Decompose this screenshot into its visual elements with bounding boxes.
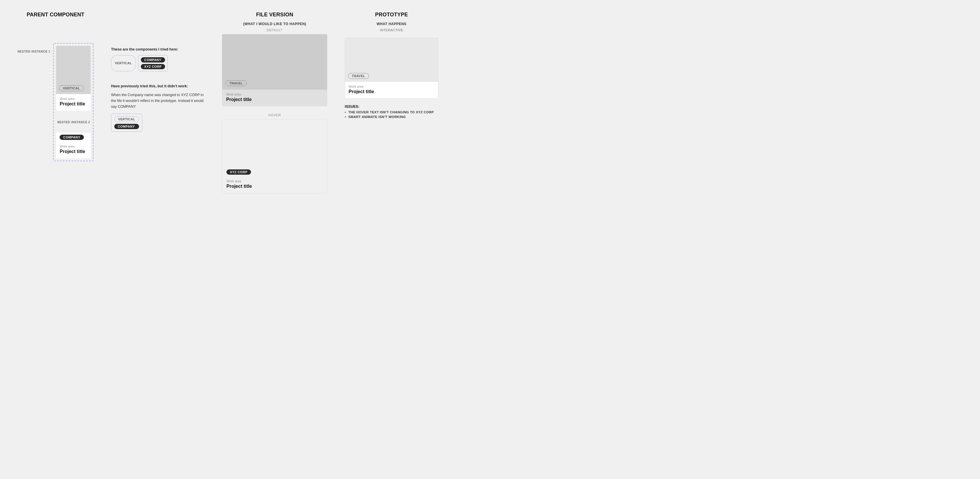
file-default-card-image: TRAVEL [222,34,327,90]
card1-pill: VERTICAL [59,85,84,91]
file-subheader: (WHAT I WOULD LIKE TO HAPPEN) [222,22,327,26]
proto-card-pill: TRAVEL [348,73,369,79]
issues-title: ISSUES: [345,105,438,109]
card2-top-space [56,127,91,133]
tried-header: These are the components I tried here: [111,47,205,52]
parent-component-column: PARENT COMPONENT NESTED INSTANCE 1 VERTI… [9,12,102,200]
file-hover-card-image [222,119,327,166]
file-hover-card-body: XYZ CORP Work area Project title [222,166,327,193]
proto-card-body: Work area Project title [345,82,438,98]
hover-label: HOVER [222,113,327,117]
proto-card-image: TRAVEL [345,38,438,82]
issues-list: THE HOVER TEXT ISN'T CHANGING TO XYZ COR… [345,110,438,119]
file-default-card-body: Work area Project title [222,90,327,106]
card2-pill: COMPANY [60,135,84,140]
file-header: FILE VERSION [222,12,327,18]
file-default-pill: TRAVEL [226,80,247,86]
default-label: DEFAULT [222,29,327,32]
proto-work-area: Work area [348,85,434,88]
issue-2: SMART ANIMATE ISN'T WORKING [345,115,438,119]
card2-work-area: Work area [60,144,87,148]
tried-pill-xyzcorp: XYZ CORP [141,64,165,69]
tried-pills-box: COMPANY XYZ CORP [138,55,168,71]
card2-body: COMPANY Work area Project title [56,133,91,158]
tried-pill-company: COMPANY [141,57,165,62]
parent-header: PARENT COMPONENT [18,12,94,18]
tried-pill-vertical: VERTICAL [111,55,136,71]
nested-instance-1-label: NESTED INSTANCE 1 [18,44,50,53]
dashed-frame-outer: VERTICAL Work area Project title NESTED … [53,43,94,161]
spacer2 [111,75,205,84]
card2-title: Project title [60,149,87,154]
card1-work-area: Work area [60,97,87,100]
card1-image: VERTICAL [56,46,91,94]
card1-title: Project title [60,102,87,106]
card1-body: Work area Project title [56,94,91,111]
file-default-card: TRAVEL Work area Project title [222,34,327,106]
proto-title: Project title [348,89,434,94]
prev-pill-company: COMPANY [114,124,139,129]
file-hover-work-area: Work area [226,179,323,183]
file-default-title: Project title [226,97,323,102]
file-hover-title: Project title [226,184,323,189]
file-hover-pill: XYZ CORP [226,170,251,174]
parent-card-2: COMPANY Work area Project title [56,127,91,158]
prev-pills-box: VERTICAL COMPANY [111,114,142,132]
tried-pills-group: VERTICAL COMPANY XYZ CORP [111,55,205,71]
nested-instance-2-area: NESTED INSTANCE 2 COMPANY Work area Proj… [56,115,91,158]
notes-column: These are the components I tried here: V… [102,12,213,200]
prev-body: When the Company name was changed to XYZ… [111,92,205,109]
proto-header: PROTOTYPE [345,12,438,18]
prev-header: Have previously tried this, but it didn'… [111,84,205,89]
nested-instance-2-label: NESTED INSTANCE 2 [57,121,91,124]
file-version-column: FILE VERSION (WHAT I WOULD LIKE TO HAPPE… [213,12,336,200]
prototype-card: TRAVEL Work area Project title [345,38,438,99]
file-default-work-area: Work area [226,93,323,96]
prev-pill-vertical: VERTICAL [114,116,139,122]
file-hover-card: XYZ CORP Work area Project title [222,119,327,194]
issues-box: ISSUES: THE HOVER TEXT ISN'T CHANGING TO… [345,105,438,119]
issue-1: THE HOVER TEXT ISN'T CHANGING TO XYZ COR… [345,110,438,114]
proto-sub2: INTERACTIVE [345,29,438,32]
file-default-section: DEFAULT TRAVEL Work area Project title [222,29,327,106]
proto-subheader: WHAT HAPPENS [345,22,438,26]
file-hover-section: HOVER XYZ CORP Work area Project title [222,113,327,194]
spacer [56,111,91,115]
prototype-column: PROTOTYPE WHAT HAPPENS INTERACTIVE TRAVE… [336,12,447,200]
parent-card-1: VERTICAL Work area Project title [56,46,91,111]
